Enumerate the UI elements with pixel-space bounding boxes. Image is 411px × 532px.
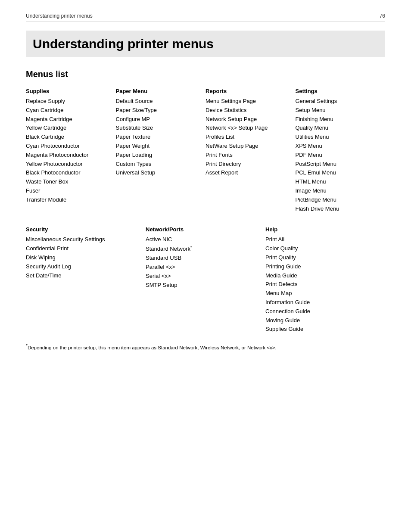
menu-item: Replace Supply: [26, 97, 112, 106]
menu-column-network_ports: Network/PortsActive NICStandard Network*…: [146, 226, 265, 334]
menu-item: HTML Menu: [296, 177, 381, 187]
menu-item: Security Audit Log: [26, 262, 141, 271]
menu-item: Yellow Cartridge: [26, 124, 112, 133]
menu-item: Black Cartridge: [26, 133, 112, 142]
menu-item: Moving Guide: [265, 316, 381, 325]
page-container: Understanding printer menus 76 Understan…: [0, 0, 411, 532]
menu-item: Print Fonts: [206, 151, 291, 160]
menu-item: PCL Emul Menu: [296, 168, 381, 177]
menu-column-header: Reports: [206, 88, 291, 94]
menu-item: Print Quality: [265, 253, 381, 262]
menu-column-paper_menu: Paper MenuDefault SourcePaper Size/TypeC…: [116, 88, 206, 213]
menu-item: Paper Size/Type: [116, 106, 202, 115]
columns-grid-row1: SuppliesReplace SupplyCyan CartridgeMage…: [26, 88, 385, 213]
menu-column-supplies: SuppliesReplace SupplyCyan CartridgeMage…: [26, 88, 116, 213]
menu-item: Image Menu: [296, 187, 381, 196]
menu-item: Magenta Cartridge: [26, 115, 112, 124]
menu-item: Active NIC: [146, 235, 261, 244]
menu-item: PictBridge Menu: [296, 196, 381, 205]
menu-item: Printing Guide: [265, 262, 381, 271]
menu-column-header: Paper Menu: [116, 88, 202, 94]
menu-column-header: Help: [265, 226, 381, 233]
menu-item: Disk Wiping: [26, 253, 141, 262]
menu-item: Profiles List: [206, 133, 291, 142]
menu-item: Color Quality: [265, 244, 381, 253]
menu-item: Custom Types: [116, 160, 202, 169]
menu-item: Print Directory: [206, 160, 291, 169]
menu-item: Print All: [265, 235, 381, 244]
menu-item: Default Source: [116, 97, 202, 106]
menu-item: Configure MP: [116, 115, 202, 124]
menu-item: Yellow Photoconductor: [26, 160, 112, 169]
menu-column-header: Settings: [296, 88, 381, 94]
menu-item: Menu Settings Page: [206, 97, 291, 106]
columns-grid-row2: SecurityMiscellaneous Security SettingsC…: [26, 226, 385, 334]
menu-item: Quality Menu: [296, 124, 381, 133]
menu-item: Confidential Print: [26, 244, 141, 253]
menu-item: Paper Loading: [116, 151, 202, 160]
menu-item: SMTP Setup: [146, 281, 261, 290]
menu-item: Paper Texture: [116, 133, 202, 142]
menu-column-reports: ReportsMenu Settings PageDevice Statisti…: [206, 88, 296, 213]
menu-item: XPS Menu: [296, 142, 381, 151]
footnote-text: Depending on the printer setup, this men…: [28, 345, 277, 350]
header-bar: Understanding printer menus 76: [26, 13, 385, 22]
menu-item: Media Guide: [265, 271, 381, 280]
menu-item: PDF Menu: [296, 151, 381, 160]
menu-item: Connection Guide: [265, 307, 381, 316]
menu-item: Utilities Menu: [296, 133, 381, 142]
menu-item: Parallel <x>: [146, 263, 261, 272]
menu-item: Substitute Size: [116, 124, 202, 133]
menu-item: Flash Drive Menu: [296, 205, 381, 214]
menu-item: Standard Network*: [146, 244, 261, 254]
menu-item: Set Date/Time: [26, 271, 141, 280]
menu-column-header: Network/Ports: [146, 226, 261, 233]
menu-item: Cyan Cartridge: [26, 106, 112, 115]
menu-item: Magenta Photoconductor: [26, 151, 112, 160]
menu-column-help: HelpPrint AllColor QualityPrint QualityP…: [265, 226, 385, 334]
menu-item: Serial <x>: [146, 272, 261, 281]
header-title: Understanding printer menus: [26, 13, 93, 19]
footnote: *Depending on the printer setup, this me…: [26, 342, 385, 352]
menu-item: Paper Weight: [116, 142, 202, 151]
menu-item: Supplies Guide: [265, 325, 381, 334]
menu-item: Setup Menu: [296, 106, 381, 115]
menu-item: Network <x> Setup Page: [206, 124, 291, 133]
menu-item: Transfer Module: [26, 196, 112, 205]
menu-item: Cyan Photoconductor: [26, 142, 112, 151]
menu-item: NetWare Setup Page: [206, 142, 291, 151]
menu-item: Menu Map: [265, 289, 381, 298]
menu-item: Universal Setup: [116, 168, 202, 177]
menu-column-header: Security: [26, 226, 141, 233]
menu-item: Information Guide: [265, 298, 381, 307]
menu-item: General Settings: [296, 97, 381, 106]
menu-item: Network Setup Page: [206, 115, 291, 124]
menus-list-title: Menus list: [26, 69, 385, 79]
menu-item: Miscellaneous Security Settings: [26, 235, 141, 244]
menu-item: Black Photoconductor: [26, 168, 112, 177]
menu-item: Standard USB: [146, 254, 261, 263]
menu-column-settings: SettingsGeneral SettingsSetup MenuFinish…: [296, 88, 386, 213]
menu-column-security: SecurityMiscellaneous Security SettingsC…: [26, 226, 146, 334]
menu-item: Device Statistics: [206, 106, 291, 115]
menu-item: Print Defects: [265, 280, 381, 289]
menu-item: Finishing Menu: [296, 115, 381, 124]
menu-item: Fuser: [26, 187, 112, 196]
menu-item: PostScript Menu: [296, 160, 381, 169]
menu-item: Asset Report: [206, 168, 291, 177]
header-page-number: 76: [380, 13, 385, 19]
menu-column-header: Supplies: [26, 88, 112, 94]
section-title: Understanding printer menus: [26, 31, 385, 57]
menu-item: Waste Toner Box: [26, 177, 112, 187]
